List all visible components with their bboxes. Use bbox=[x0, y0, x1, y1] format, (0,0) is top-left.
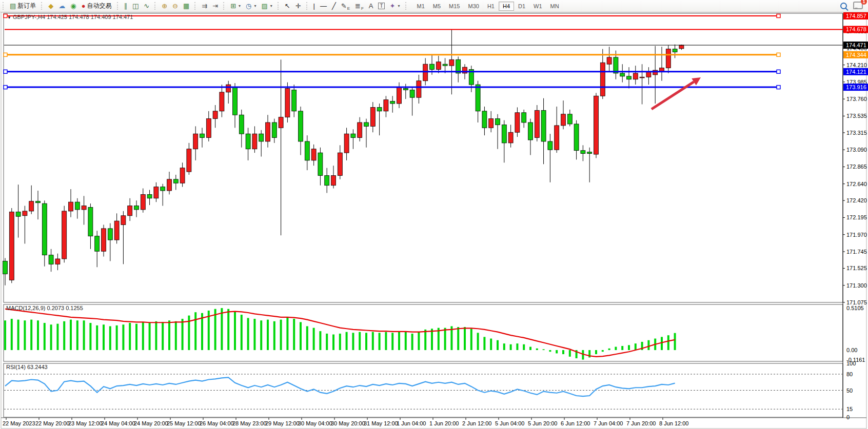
templates-button[interactable]: ▨▾ bbox=[259, 1, 274, 11]
toolbar-grip bbox=[117, 2, 120, 10]
zoom-in-button[interactable]: ⊕ bbox=[159, 1, 170, 11]
line-chart-button[interactable]: ∿ bbox=[141, 1, 152, 11]
tile-windows-button[interactable]: ▦ bbox=[181, 1, 192, 11]
price-axis[interactable]: 174.655174.430174.210173.985173.760173.5… bbox=[843, 12, 868, 305]
new-order-button-label: 新订单 bbox=[17, 2, 36, 10]
auto-scroll-button[interactable]: ⇉ bbox=[199, 1, 210, 11]
profiles-icon: ☁ bbox=[58, 3, 65, 9]
chevron-down-icon[interactable]: ▾ bbox=[270, 4, 272, 8]
timeframe-d1[interactable]: D1 bbox=[514, 2, 529, 11]
auto-trading-button[interactable]: ●自动交易 bbox=[79, 1, 114, 11]
crosshair-button[interactable]: ✛ bbox=[293, 1, 304, 11]
timeframe-w1[interactable]: W1 bbox=[529, 2, 546, 11]
svg-text:172.420: 172.420 bbox=[846, 197, 867, 203]
cursor-button[interactable]: ↖ bbox=[282, 1, 293, 11]
search-icon[interactable] bbox=[840, 3, 847, 9]
crosshair-icon: ✛ bbox=[295, 3, 301, 9]
paint-bucket-icon: ◆ bbox=[48, 3, 53, 9]
svg-text:26 May 04:00: 26 May 04:00 bbox=[200, 420, 234, 426]
time-axis[interactable]: 22 May 202322 May 20:0023 May 12:0024 Ma… bbox=[3, 418, 689, 426]
timeframe-h4[interactable]: H4 bbox=[499, 2, 514, 11]
auto-scroll-icon: ⇉ bbox=[202, 3, 207, 9]
svg-text:171.300: 171.300 bbox=[846, 282, 867, 289]
svg-text:8 Jun 12:00: 8 Jun 12:00 bbox=[659, 420, 689, 426]
bar-chart-icon: ∥ bbox=[124, 3, 128, 9]
svg-text:174.678: 174.678 bbox=[846, 26, 866, 32]
arrows-button[interactable]: ✦▾ bbox=[387, 1, 403, 11]
chart-shift-icon: ⇥ bbox=[212, 3, 218, 9]
toolbar-grip bbox=[194, 2, 197, 10]
signal-icon: ◉ bbox=[70, 3, 76, 9]
candlestick-icon: ◫ bbox=[132, 3, 139, 9]
new-order-icon: ▤ bbox=[10, 3, 16, 9]
chevron-down-icon[interactable]: ▾ bbox=[254, 4, 256, 8]
text-button[interactable]: A bbox=[366, 1, 376, 11]
svg-text:0.5105: 0.5105 bbox=[846, 305, 864, 311]
svg-text:1 Jun 20:00: 1 Jun 20:00 bbox=[429, 420, 459, 426]
svg-text:7 Jun 20:00: 7 Jun 20:00 bbox=[626, 420, 656, 426]
text-label-button[interactable]: T bbox=[376, 1, 387, 11]
channel-button[interactable]: ✎E bbox=[339, 1, 352, 11]
candle-chart-button[interactable]: ◫ bbox=[130, 1, 141, 11]
main-toolbar: ▤新订单◆☁◉●自动交易∥◫∿⊕⊖▦⇉⇥⊞▾◷▾▨▾↖✛|—╱✎E≣FAT✦▾M… bbox=[0, 0, 868, 12]
fibonacci-icon: ≣ bbox=[355, 3, 361, 9]
svg-text:173.315: 173.315 bbox=[846, 130, 867, 136]
svg-text:1 Jun 04:00: 1 Jun 04:00 bbox=[397, 420, 426, 426]
trendline-button[interactable]: ╱ bbox=[329, 1, 339, 11]
svg-text:173.090: 173.090 bbox=[846, 147, 867, 153]
timeframe-m5[interactable]: M5 bbox=[429, 2, 445, 11]
cursor-icon: ↖ bbox=[285, 3, 290, 9]
indicators-icon: ⊞ bbox=[230, 3, 236, 9]
svg-text:30 May 04:00: 30 May 04:00 bbox=[298, 420, 332, 426]
indicators-button[interactable]: ⊞▾ bbox=[228, 1, 243, 11]
timeframe-h1[interactable]: H1 bbox=[483, 2, 499, 11]
auto-trading-icon: ● bbox=[82, 3, 86, 9]
tile-windows-icon: ▦ bbox=[183, 3, 189, 9]
svg-text:171.970: 171.970 bbox=[846, 232, 867, 238]
toolbar-grip bbox=[41, 2, 44, 10]
bar-chart-button[interactable]: ∥ bbox=[122, 1, 130, 11]
svg-text:23 May 12:00: 23 May 12:00 bbox=[68, 420, 103, 426]
profiles-button[interactable]: ☁ bbox=[56, 1, 68, 11]
equidistant-channel-icon: ✎ bbox=[341, 3, 347, 9]
chat-button[interactable]: 1 bbox=[853, 2, 863, 11]
timeframe-m30[interactable]: M30 bbox=[464, 2, 483, 11]
svg-text:173.916: 173.916 bbox=[846, 84, 866, 90]
svg-text:7 Jun 04:00: 7 Jun 04:00 bbox=[594, 420, 623, 426]
svg-text:172.640: 172.640 bbox=[846, 181, 867, 187]
signals-button[interactable]: ◉ bbox=[68, 1, 78, 11]
svg-text:0.00: 0.00 bbox=[846, 347, 857, 353]
svg-text:15: 15 bbox=[846, 406, 853, 412]
panel-borders bbox=[1, 12, 866, 428]
timeframe-m15[interactable]: M15 bbox=[445, 2, 464, 11]
svg-text:50: 50 bbox=[846, 387, 853, 394]
timeframe-mn[interactable]: MN bbox=[546, 2, 563, 11]
text-icon: A bbox=[369, 3, 373, 9]
new-order-button[interactable]: ▤新订单 bbox=[7, 1, 38, 11]
svg-text:24 May 04:00: 24 May 04:00 bbox=[101, 420, 135, 426]
toolbar-grip bbox=[3, 2, 5, 10]
periods-button[interactable]: ◷▾ bbox=[243, 1, 259, 11]
chart-shift-button[interactable]: ⇥ bbox=[210, 1, 221, 11]
notification-badge: 1 bbox=[861, 0, 867, 5]
svg-text:174.210: 174.210 bbox=[846, 62, 867, 68]
svg-text:31 May 12:00: 31 May 12:00 bbox=[364, 420, 398, 426]
trendline-icon: ╱ bbox=[332, 3, 336, 9]
text-label-icon: T bbox=[378, 3, 384, 9]
svg-text:24 May 20:00: 24 May 20:00 bbox=[134, 420, 168, 426]
styler-button[interactable]: ◆ bbox=[46, 1, 56, 11]
svg-text:171.745: 171.745 bbox=[846, 249, 867, 255]
chevron-down-icon[interactable]: ▾ bbox=[239, 4, 241, 8]
timeframe-m1[interactable]: M1 bbox=[413, 2, 429, 11]
fibonacci-button[interactable]: ≣F bbox=[352, 1, 366, 11]
chevron-down-icon[interactable]: ▾ bbox=[398, 4, 400, 8]
horizontal-line-button[interactable]: — bbox=[318, 1, 329, 11]
toolbar-grip bbox=[223, 2, 226, 10]
svg-text:174.471: 174.471 bbox=[846, 42, 866, 48]
toolbar-grip bbox=[405, 2, 408, 10]
chart-canvas[interactable]: 174.655174.430174.210173.985173.760173.5… bbox=[0, 12, 868, 429]
vertical-line-button[interactable]: | bbox=[311, 1, 318, 11]
chart-window[interactable]: 174.655174.430174.210173.985173.760173.5… bbox=[0, 12, 868, 429]
toolbar-grip bbox=[154, 2, 157, 10]
zoom-out-button[interactable]: ⊖ bbox=[170, 1, 181, 11]
